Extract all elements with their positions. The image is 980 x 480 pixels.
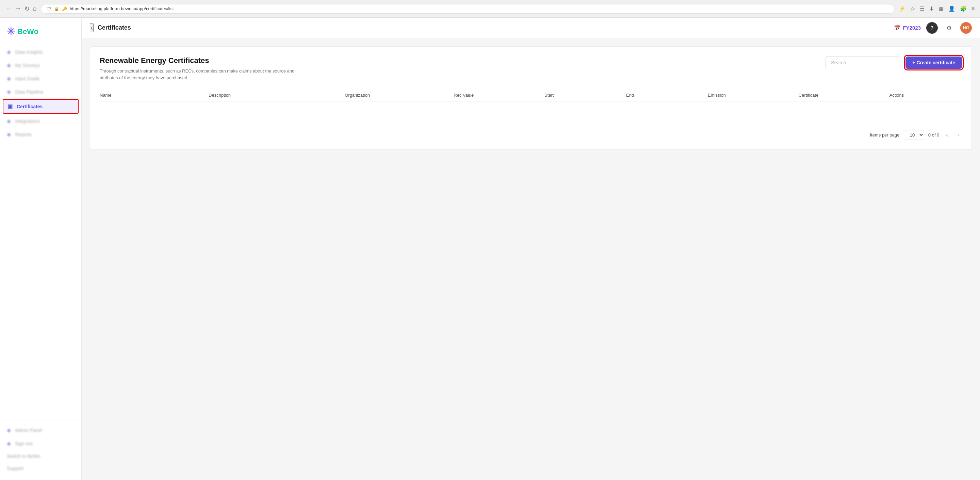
sidebar-item-input-guide[interactable]: ◈ Input Guide bbox=[0, 72, 81, 85]
col-organization: Organization bbox=[345, 92, 453, 98]
data-pipeline-icon: ◈ bbox=[7, 89, 11, 95]
back-icon[interactable]: ← bbox=[5, 5, 11, 12]
card-actions: + Create certificate bbox=[825, 56, 962, 69]
col-rec-value: Rec Value bbox=[453, 92, 544, 98]
col-description: Description bbox=[208, 92, 345, 98]
extensions-icon[interactable]: 🧩 bbox=[960, 5, 967, 12]
sidebar-item-reports[interactable]: ◈ Reports bbox=[0, 128, 81, 141]
logo-icon: ✳ bbox=[7, 26, 14, 37]
page-count: 0 of 0 bbox=[928, 132, 940, 137]
sidebar-toggle-icon[interactable]: ▦ bbox=[939, 5, 943, 12]
items-per-page-label: Items per page: bbox=[870, 132, 900, 137]
sidebar-item-certificates[interactable]: ▣ Certificates bbox=[3, 99, 79, 114]
card-title-section: Renewable Energy Certificates Through co… bbox=[100, 56, 825, 81]
profile-icon[interactable]: 👤 bbox=[948, 5, 955, 12]
my-surveys-icon: ◈ bbox=[7, 62, 11, 69]
sidebar-item-label: Support bbox=[7, 466, 24, 471]
forward-icon[interactable]: → bbox=[15, 5, 21, 12]
sidebar-item-support[interactable]: Support bbox=[0, 462, 81, 475]
prev-page-button[interactable]: ‹ bbox=[943, 131, 950, 140]
sidebar-item-data-insights[interactable]: ◈ Data Insights bbox=[0, 45, 81, 59]
sidebar-item-label: Input Guide bbox=[15, 76, 40, 81]
page-title: Certificates bbox=[98, 24, 894, 31]
key-icon: 🔑 bbox=[62, 6, 67, 11]
url-text: https://marketing.platform.bewo.io/app/c… bbox=[70, 6, 889, 11]
avatar[interactable]: HG bbox=[960, 22, 972, 34]
admin-panel-icon: ◈ bbox=[7, 427, 11, 433]
input-guide-icon: ◈ bbox=[7, 75, 11, 82]
col-end: End bbox=[626, 92, 708, 98]
next-page-button[interactable]: › bbox=[955, 131, 962, 140]
shield-icon: 🛡 bbox=[47, 6, 51, 11]
back-button[interactable]: ‹ bbox=[90, 23, 94, 32]
sidebar-item-integrations[interactable]: ◈ Integrations bbox=[0, 114, 81, 128]
sidebar-item-data-pipeline[interactable]: ◈ Data Pipeline bbox=[0, 85, 81, 98]
pagination: Items per page: 10 25 50 0 of 0 ‹ › bbox=[100, 124, 962, 140]
sidebar-bottom: ◈ Admin Panel ◈ Sign out Switch to BeWo … bbox=[0, 419, 81, 475]
help-button[interactable]: ? bbox=[926, 22, 938, 34]
sidebar-item-label: Admin Panel bbox=[15, 427, 42, 433]
card-header: Renewable Energy Certificates Through co… bbox=[100, 56, 962, 81]
col-certificate: Certificate bbox=[799, 92, 889, 98]
data-insights-icon: ◈ bbox=[7, 49, 11, 55]
sidebar-item-label: Data Pipeline bbox=[15, 89, 43, 95]
integrations-icon: ◈ bbox=[7, 118, 11, 124]
content-wrapper: Renewable Energy Certificates Through co… bbox=[82, 38, 980, 480]
browser-right-icons[interactable]: ⚡ ☆ ☰ ⬇ ▦ 👤 🧩 ≡ bbox=[899, 5, 975, 12]
sidebar-item-label: My Surveys bbox=[15, 63, 40, 68]
sidebar-item-label: Sign out bbox=[15, 441, 32, 446]
topbar-right: 📅 FY2023 ? ⚙ HG bbox=[894, 22, 972, 34]
settings-button[interactable]: ⚙ bbox=[943, 22, 955, 34]
browser-chrome: ← → ↻ ⌂ 🛡 🔒 🔑 https://marketing.platform… bbox=[0, 0, 980, 18]
reports-icon: ◈ bbox=[7, 131, 11, 137]
search-wrapper bbox=[825, 56, 900, 69]
sidebar-item-label: Reports bbox=[15, 132, 32, 137]
col-start: Start bbox=[544, 92, 626, 98]
create-certificate-button[interactable]: + Create certificate bbox=[905, 56, 962, 69]
main-area: ‹ Certificates 📅 FY2023 ? ⚙ HG Renewable… bbox=[82, 18, 980, 480]
browser-nav[interactable]: ← → ↻ ⌂ bbox=[5, 5, 37, 13]
sidebar-item-label: Certificates bbox=[17, 104, 43, 109]
certificates-icon: ▣ bbox=[8, 103, 13, 110]
certificates-table: Name Description Organization Rec Value … bbox=[100, 89, 962, 122]
card-description: Through contractual instruments, such as… bbox=[100, 68, 297, 81]
certificates-card: Renewable Energy Certificates Through co… bbox=[90, 46, 972, 150]
download-icon[interactable]: ⬇ bbox=[929, 5, 934, 12]
translate-icon[interactable]: ⚡ bbox=[899, 5, 905, 12]
items-per-page-select[interactable]: 10 25 50 bbox=[905, 130, 924, 140]
sidebar-item-admin-panel[interactable]: ◈ Admin Panel bbox=[0, 424, 81, 437]
search-input[interactable] bbox=[825, 56, 900, 69]
home-icon[interactable]: ⌂ bbox=[33, 5, 37, 12]
table-header: Name Description Organization Rec Value … bbox=[100, 89, 962, 102]
sidebar-item-label: Data Insights bbox=[15, 49, 43, 55]
lock-icon: 🔒 bbox=[54, 6, 59, 11]
sidebar-item-label: Switch to BeWo bbox=[7, 453, 40, 459]
sidebar-item-sign-out[interactable]: ◈ Sign out bbox=[0, 437, 81, 450]
fiscal-year-selector[interactable]: 📅 FY2023 bbox=[894, 24, 921, 31]
sidebar-item-label: Integrations bbox=[15, 118, 40, 124]
refresh-icon[interactable]: ↻ bbox=[24, 5, 30, 13]
topbar: ‹ Certificates 📅 FY2023 ? ⚙ HG bbox=[82, 18, 980, 38]
address-bar[interactable]: 🛡 🔒 🔑 https://marketing.platform.bewo.io… bbox=[41, 4, 894, 14]
logo-text: BeWo bbox=[18, 27, 38, 36]
card-title: Renewable Energy Certificates bbox=[100, 56, 825, 65]
fiscal-year-label: FY2023 bbox=[903, 25, 921, 30]
sidebar-item-my-surveys[interactable]: ◈ My Surveys bbox=[0, 59, 81, 72]
menu-icon[interactable]: ≡ bbox=[972, 6, 975, 12]
sign-out-icon: ◈ bbox=[7, 440, 11, 447]
col-actions: Actions bbox=[889, 92, 962, 98]
sidebar-item-switch-to-bewo[interactable]: Switch to BeWo bbox=[0, 450, 81, 462]
col-emission: Emission bbox=[708, 92, 799, 98]
table-body bbox=[100, 102, 962, 122]
sidebar-logo: ✳ BeWo bbox=[0, 23, 81, 45]
col-name: Name bbox=[100, 92, 208, 98]
pocket-icon[interactable]: ☰ bbox=[920, 5, 924, 12]
calendar-icon: 📅 bbox=[894, 24, 901, 31]
app-layout: ✳ BeWo ◈ Data Insights ◈ My Surveys ◈ In… bbox=[0, 18, 980, 480]
bookmark-icon[interactable]: ☆ bbox=[910, 5, 915, 12]
sidebar: ✳ BeWo ◈ Data Insights ◈ My Surveys ◈ In… bbox=[0, 18, 82, 480]
